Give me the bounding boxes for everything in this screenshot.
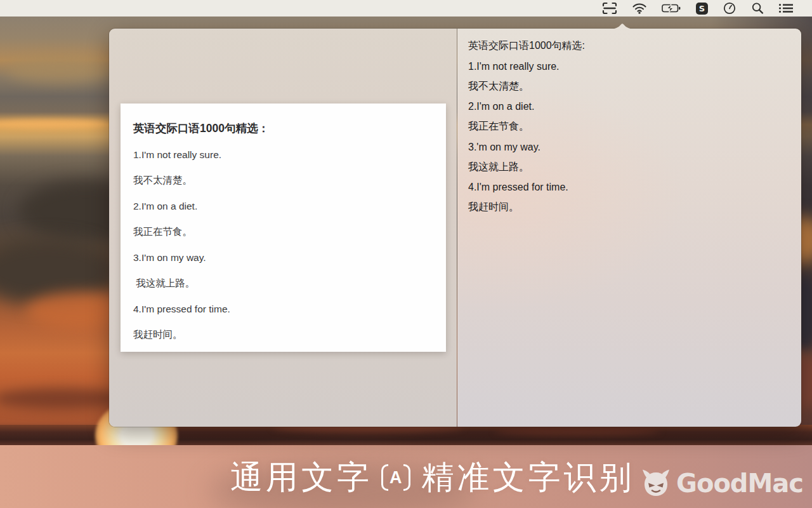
- s-badge-letter: S: [696, 3, 708, 15]
- cloud-blob: [6, 57, 114, 83]
- brand-name: GoodMac: [676, 469, 803, 498]
- ocr-result-line: 3.'m on my way.: [468, 137, 789, 157]
- source-image-pane: 英语交际口语1000句精选： 1.I'm not really sure.我不太…: [109, 29, 457, 427]
- cloud-blob: [0, 389, 127, 409]
- source-text-line: 4.I'm pressed for time.: [133, 301, 433, 318]
- ocr-a-badge-icon: A: [381, 464, 410, 491]
- sogou-s-icon[interactable]: S: [696, 0, 708, 17]
- source-text-line: 我这就上路。: [133, 275, 433, 291]
- menu-bar: S: [0, 0, 812, 17]
- source-text-line: 1.I'm not really sure.: [133, 147, 433, 163]
- wifi-icon[interactable]: [632, 0, 646, 17]
- cloud-blob: [495, 425, 660, 435]
- bracket-right-icon: [403, 464, 410, 491]
- ocr-popover-window: 英语交际口语1000句精选： 1.I'm not really sure.我不太…: [109, 29, 801, 427]
- tagline-right-text: 精准文字识别: [422, 456, 635, 500]
- ocr-result-line: 4.I'm pressed for time.: [468, 177, 789, 197]
- clock-icon[interactable]: [723, 0, 736, 17]
- result-lines: 英语交际口语1000句精选:1.I'm not really sure.我不太清…: [468, 36, 789, 218]
- bracket-left-icon: [381, 464, 388, 491]
- ocr-capture-icon[interactable]: [602, 0, 617, 17]
- goodmac-devil-icon: [639, 468, 672, 498]
- ocr-result-line: 英语交际口语1000句精选:: [468, 36, 789, 57]
- ocr-result-pane[interactable]: 英语交际口语1000句精选:1.I'm not really sure.我不太清…: [457, 29, 801, 427]
- ocr-result-line: 2.I'm on a diet.: [468, 97, 789, 117]
- popover-arrow: [610, 18, 634, 29]
- tagline-left-text: 通用文字: [230, 456, 372, 500]
- source-text-line: 2.I'm on a diet.: [133, 198, 433, 215]
- ocr-result-line: 1.I'm not really sure.: [468, 57, 789, 77]
- source-text-line: 我正在节食。: [133, 224, 433, 240]
- spotlight-search-icon[interactable]: [751, 0, 764, 17]
- source-title: 英语交际口语1000句精选：: [133, 119, 433, 137]
- tagline: 通用文字 A 精准文字识别: [230, 458, 635, 497]
- ocr-result-line: 我这就上路。: [468, 157, 789, 178]
- battery-charging-icon[interactable]: [662, 0, 681, 17]
- brand-logo: GoodMac: [639, 468, 803, 498]
- source-text-line: 我赶时间。: [133, 326, 433, 343]
- source-lines: 1.I'm not really sure.我不太清楚。2.I'm on a d…: [133, 147, 433, 344]
- ocr-result-line: 我不太清楚。: [468, 77, 789, 97]
- source-image-card: 英语交际口语1000句精选： 1.I'm not really sure.我不太…: [121, 104, 446, 352]
- ocr-result-line: 我正在节食。: [468, 117, 789, 137]
- a-badge-letter: A: [390, 468, 402, 488]
- source-text-line: 3.I'm on my way.: [133, 250, 433, 266]
- notification-center-icon[interactable]: [779, 0, 793, 17]
- source-text-line: 我不太清楚。: [133, 172, 433, 189]
- ocr-result-line: 我赶时间。: [468, 197, 789, 218]
